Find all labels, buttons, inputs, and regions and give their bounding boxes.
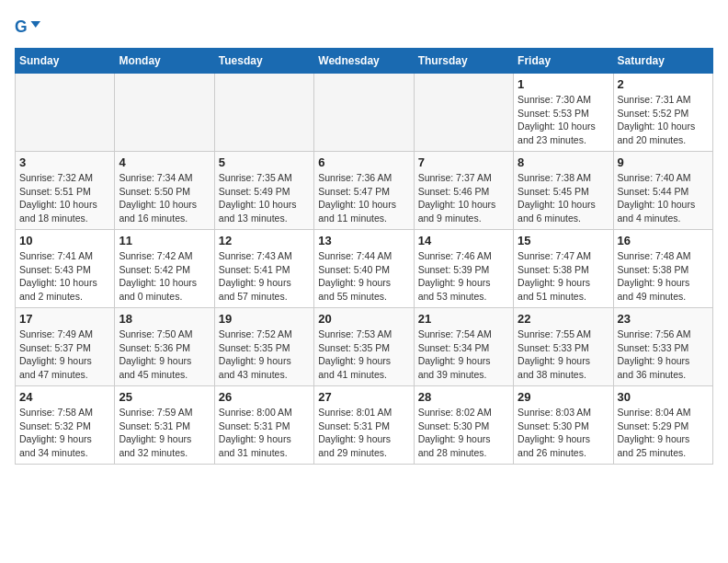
calendar-cell: 15Sunrise: 7:47 AM Sunset: 5:38 PM Dayli… <box>514 230 613 308</box>
day-info: Sunrise: 7:32 AM Sunset: 5:51 PM Dayligh… <box>19 171 110 225</box>
day-number: 27 <box>318 390 409 404</box>
calendar-cell: 21Sunrise: 7:54 AM Sunset: 5:34 PM Dayli… <box>414 308 513 386</box>
day-info: Sunrise: 7:56 AM Sunset: 5:33 PM Dayligh… <box>618 327 709 382</box>
calendar-cell <box>414 74 513 152</box>
day-number: 23 <box>618 312 709 326</box>
day-info: Sunrise: 7:47 AM Sunset: 5:38 PM Dayligh… <box>518 249 609 304</box>
day-number: 9 <box>618 155 709 169</box>
calendar-cell: 8Sunrise: 7:38 AM Sunset: 5:45 PM Daylig… <box>514 152 613 230</box>
day-number: 26 <box>219 390 310 404</box>
weekday-header-friday: Friday <box>514 49 613 74</box>
calendar-cell: 13Sunrise: 7:44 AM Sunset: 5:40 PM Dayli… <box>314 230 414 308</box>
calendar-cell: 26Sunrise: 8:00 AM Sunset: 5:31 PM Dayli… <box>214 386 313 465</box>
day-info: Sunrise: 7:37 AM Sunset: 5:46 PM Dayligh… <box>418 171 509 225</box>
day-number: 5 <box>219 155 310 169</box>
calendar-cell: 12Sunrise: 7:43 AM Sunset: 5:41 PM Dayli… <box>214 230 313 308</box>
calendar-cell <box>214 74 313 152</box>
day-number: 14 <box>418 234 509 247</box>
calendar-cell: 24Sunrise: 7:58 AM Sunset: 5:32 PM Dayli… <box>16 386 115 465</box>
calendar-cell: 7Sunrise: 7:37 AM Sunset: 5:46 PM Daylig… <box>414 152 513 230</box>
day-info: Sunrise: 8:03 AM Sunset: 5:30 PM Dayligh… <box>518 406 609 460</box>
day-info: Sunrise: 7:50 AM Sunset: 5:36 PM Dayligh… <box>119 327 210 382</box>
calendar-cell: 3Sunrise: 7:32 AM Sunset: 5:51 PM Daylig… <box>16 152 115 230</box>
day-number: 29 <box>518 390 609 404</box>
day-number: 2 <box>618 77 709 91</box>
calendar-cell: 23Sunrise: 7:56 AM Sunset: 5:33 PM Dayli… <box>613 308 712 386</box>
day-info: Sunrise: 8:00 AM Sunset: 5:31 PM Dayligh… <box>219 406 310 460</box>
header: G <box>15 15 713 40</box>
calendar-cell: 27Sunrise: 8:01 AM Sunset: 5:31 PM Dayli… <box>314 386 414 465</box>
calendar-cell: 28Sunrise: 8:02 AM Sunset: 5:30 PM Dayli… <box>414 386 513 465</box>
day-number: 11 <box>119 234 210 247</box>
calendar-cell: 20Sunrise: 7:53 AM Sunset: 5:35 PM Dayli… <box>314 308 414 386</box>
weekday-header-wednesday: Wednesday <box>314 49 414 74</box>
day-number: 13 <box>318 234 409 247</box>
weekday-header-saturday: Saturday <box>613 49 712 74</box>
weekday-header-monday: Monday <box>115 49 214 74</box>
day-info: Sunrise: 8:02 AM Sunset: 5:30 PM Dayligh… <box>418 406 509 460</box>
weekday-header-tuesday: Tuesday <box>214 49 313 74</box>
day-number: 7 <box>418 155 509 169</box>
day-number: 6 <box>318 155 409 169</box>
day-info: Sunrise: 7:35 AM Sunset: 5:49 PM Dayligh… <box>219 171 310 225</box>
day-number: 4 <box>119 155 210 169</box>
day-info: Sunrise: 7:58 AM Sunset: 5:32 PM Dayligh… <box>19 406 110 460</box>
svg-text:G: G <box>15 17 28 36</box>
day-info: Sunrise: 7:49 AM Sunset: 5:37 PM Dayligh… <box>19 327 110 382</box>
calendar-cell: 22Sunrise: 7:55 AM Sunset: 5:33 PM Dayli… <box>514 308 613 386</box>
day-info: Sunrise: 7:44 AM Sunset: 5:40 PM Dayligh… <box>318 249 409 304</box>
day-info: Sunrise: 7:46 AM Sunset: 5:39 PM Dayligh… <box>418 249 509 304</box>
day-number: 16 <box>618 234 709 247</box>
day-number: 22 <box>518 312 609 326</box>
calendar-cell: 2Sunrise: 7:31 AM Sunset: 5:52 PM Daylig… <box>613 74 712 152</box>
day-info: Sunrise: 7:48 AM Sunset: 5:38 PM Dayligh… <box>618 249 709 304</box>
calendar-cell: 11Sunrise: 7:42 AM Sunset: 5:42 PM Dayli… <box>115 230 214 308</box>
weekday-header-sunday: Sunday <box>16 49 115 74</box>
day-number: 17 <box>19 312 110 326</box>
calendar-cell: 9Sunrise: 7:40 AM Sunset: 5:44 PM Daylig… <box>613 152 712 230</box>
day-info: Sunrise: 7:30 AM Sunset: 5:53 PM Dayligh… <box>518 93 609 147</box>
day-info: Sunrise: 7:55 AM Sunset: 5:33 PM Dayligh… <box>518 327 609 382</box>
calendar-cell: 5Sunrise: 7:35 AM Sunset: 5:49 PM Daylig… <box>214 152 313 230</box>
day-info: Sunrise: 7:38 AM Sunset: 5:45 PM Dayligh… <box>518 171 609 225</box>
day-number: 20 <box>318 312 409 326</box>
logo: G <box>15 15 44 40</box>
calendar-cell: 16Sunrise: 7:48 AM Sunset: 5:38 PM Dayli… <box>613 230 712 308</box>
day-info: Sunrise: 7:54 AM Sunset: 5:34 PM Dayligh… <box>418 327 509 382</box>
calendar-cell <box>314 74 414 152</box>
calendar-cell: 17Sunrise: 7:49 AM Sunset: 5:37 PM Dayli… <box>16 308 115 386</box>
logo-icon: G <box>15 15 40 40</box>
calendar: SundayMondayTuesdayWednesdayThursdayFrid… <box>15 48 713 465</box>
day-number: 21 <box>418 312 509 326</box>
day-number: 8 <box>518 155 609 169</box>
day-number: 19 <box>219 312 310 326</box>
calendar-cell <box>16 74 115 152</box>
day-number: 15 <box>518 234 609 247</box>
day-number: 24 <box>19 390 110 404</box>
day-info: Sunrise: 7:59 AM Sunset: 5:31 PM Dayligh… <box>119 406 210 460</box>
calendar-cell: 4Sunrise: 7:34 AM Sunset: 5:50 PM Daylig… <box>115 152 214 230</box>
day-info: Sunrise: 8:04 AM Sunset: 5:29 PM Dayligh… <box>618 406 709 460</box>
day-info: Sunrise: 7:52 AM Sunset: 5:35 PM Dayligh… <box>219 327 310 382</box>
day-info: Sunrise: 7:53 AM Sunset: 5:35 PM Dayligh… <box>318 327 409 382</box>
day-info: Sunrise: 7:34 AM Sunset: 5:50 PM Dayligh… <box>119 171 210 225</box>
day-number: 12 <box>219 234 310 247</box>
day-info: Sunrise: 7:36 AM Sunset: 5:47 PM Dayligh… <box>318 171 409 225</box>
calendar-cell: 30Sunrise: 8:04 AM Sunset: 5:29 PM Dayli… <box>613 386 712 465</box>
day-number: 1 <box>518 77 609 91</box>
day-info: Sunrise: 7:42 AM Sunset: 5:42 PM Dayligh… <box>119 249 210 304</box>
day-info: Sunrise: 7:43 AM Sunset: 5:41 PM Dayligh… <box>219 249 310 304</box>
day-info: Sunrise: 7:41 AM Sunset: 5:43 PM Dayligh… <box>19 249 110 304</box>
day-number: 10 <box>19 234 110 247</box>
day-info: Sunrise: 7:31 AM Sunset: 5:52 PM Dayligh… <box>618 93 709 147</box>
calendar-cell: 18Sunrise: 7:50 AM Sunset: 5:36 PM Dayli… <box>115 308 214 386</box>
calendar-cell: 25Sunrise: 7:59 AM Sunset: 5:31 PM Dayli… <box>115 386 214 465</box>
weekday-header-thursday: Thursday <box>414 49 513 74</box>
day-number: 25 <box>119 390 210 404</box>
calendar-cell: 10Sunrise: 7:41 AM Sunset: 5:43 PM Dayli… <box>16 230 115 308</box>
day-number: 3 <box>19 155 110 169</box>
calendar-cell: 29Sunrise: 8:03 AM Sunset: 5:30 PM Dayli… <box>514 386 613 465</box>
calendar-cell: 19Sunrise: 7:52 AM Sunset: 5:35 PM Dayli… <box>214 308 313 386</box>
day-number: 28 <box>418 390 509 404</box>
day-number: 18 <box>119 312 210 326</box>
